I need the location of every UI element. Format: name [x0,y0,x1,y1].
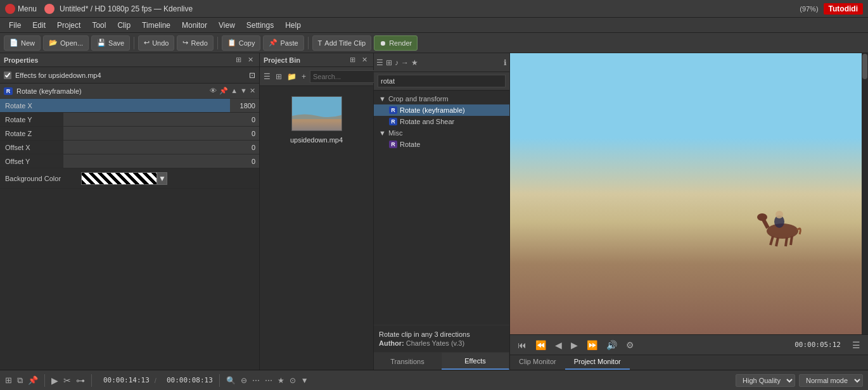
menu-tool[interactable]: Tool [87,20,111,31]
effects-search-input[interactable] [378,75,506,87]
copy-button[interactable]: 📋 Copy [222,35,261,51]
effect-up-icon[interactable]: ▲ [231,87,238,95]
menu-help[interactable]: Help [280,20,306,31]
timeline-section: ⊞ ⧉ 📌 ▶ ✂ ⊶ 00:00:14:13 / 00:00:08:13 🔍 … [0,370,868,390]
tab-effects[interactable]: Effects [442,353,509,370]
tl-cut-btn[interactable]: ✂ [63,375,71,386]
tab-transitions[interactable]: Transitions [374,353,442,370]
preview-menu-icon[interactable]: ☰ [850,339,863,351]
effect-delete-icon[interactable]: ✕ [250,87,255,95]
bg-color-swatch[interactable] [81,172,157,185]
effect-visible-icon[interactable]: 👁 [210,87,217,95]
clip-split-icon[interactable]: ⚙ [623,339,637,351]
tree-category-crop[interactable]: ▼ Crop and transform [374,93,509,104]
redo-button[interactable]: ↪ Redo [177,35,213,51]
main-layout: Properties ⊞ ✕ Effects for upsidedown.mp… [0,53,868,370]
new-button[interactable]: 📄 New [4,35,41,51]
quality-select[interactable]: High Quality Low Quality [736,374,795,387]
prop-slider-offset-y[interactable]: 0 [63,154,259,168]
menu-project[interactable]: Project [52,20,86,31]
toolbar-separator-2 [217,37,218,49]
firefox-logo [44,4,54,14]
effect-down-icon[interactable]: ▼ [240,87,247,95]
tl-sep-2 [91,374,92,387]
tl-zoom-out-icon[interactable]: ⊖ [241,376,247,385]
effects-enabled-checkbox[interactable] [4,72,11,79]
tree-item-rotate-keyframable[interactable]: R Rotate (keyframable) [374,104,509,116]
effects-arrow-icon[interactable]: → [401,58,409,67]
project-bin-grid-icon[interactable]: ⊞ [348,55,357,65]
effects-settings-icon[interactable]: ⊡ [249,71,255,80]
tl-chevron-icon[interactable]: ▼ [301,376,309,385]
effects-list-icon[interactable]: ⊞ [386,58,392,67]
bin-folder-add-icon[interactable]: + [300,71,307,82]
menu-edit[interactable]: Edit [27,20,51,31]
prop-row-offset-x: Offset X 0 [0,141,259,154]
properties-grid-icon[interactable]: ⊞ [234,55,243,65]
bg-color-picker-btn[interactable]: ▼ [157,172,167,185]
prop-slider-rotate-z[interactable]: 0 [63,127,259,140]
project-bin-close-icon[interactable]: ✕ [360,55,369,65]
tree-item-rotate[interactable]: R Rotate [374,139,509,150]
open-button[interactable]: 📂 Open... [43,35,89,51]
effects-speaker-icon[interactable]: ♪ [395,58,399,67]
menu-view[interactable]: View [214,20,240,31]
preview-image [510,53,868,334]
svg-line-4 [776,237,778,246]
add-title-clip-button[interactable]: T Add Title Clip [312,35,372,51]
tl-zoom-more-icon[interactable]: ⋯ [265,376,272,385]
prop-slider-offset-x[interactable]: 0 [63,141,259,154]
prop-slider-rotate-x[interactable]: 1800 [63,99,259,112]
bin-grid-icon[interactable]: ⊞ [274,71,283,82]
volume-icon[interactable]: 🔊 [604,339,620,351]
timeline-tool-icon-2[interactable]: ⧉ [17,375,23,386]
tree-category-arrow-icon: ▼ [379,95,386,103]
timeline-tool-icon-1[interactable]: ⊞ [5,375,12,385]
undo-button[interactable]: ↩ Undo [138,35,174,51]
effect-pin-icon[interactable]: 📌 [219,87,228,95]
tl-star-icon[interactable]: ★ [278,376,284,385]
timeline-tool-icon-3[interactable]: 📌 [28,375,38,385]
skip-back-btn[interactable]: ⏪ [533,339,549,351]
tl-zoom-in-icon[interactable]: 🔍 [226,376,236,385]
preview-scrollbar[interactable] [862,53,868,334]
tl-circle-icon[interactable]: ⊙ [290,376,296,385]
clip-item[interactable]: upsidedown.mp4 [260,86,373,154]
play-back-btn[interactable]: ◀ [552,339,565,351]
render-button[interactable]: ⏺ Render [374,35,418,51]
tl-play-btn[interactable]: ▶ [51,375,58,386]
tree-category-misc[interactable]: ▼ Misc [374,127,509,139]
clip-monitor-tab[interactable]: Clip Monitor [510,355,565,370]
effects-info: Rotate clip in any 3 directions Author: … [374,325,509,352]
save-button[interactable]: 💾 Save [91,35,130,51]
paste-button[interactable]: 📌 Paste [263,35,303,51]
clip-name: upsidedown.mp4 [290,136,343,144]
menu-label[interactable]: Menu [18,4,37,13]
effects-menu-icon[interactable]: ☰ [376,58,383,67]
project-monitor-tab[interactable]: Project Monitor [565,355,630,370]
prev-frame-btn[interactable]: ⏮ [515,339,529,351]
mode-select[interactable]: Normal mode Insert mode [799,374,863,387]
tree-item-rotate-shear[interactable]: R Rotate and Shear [374,116,509,127]
play-btn[interactable]: ▶ [568,339,580,351]
effects-star-icon[interactable]: ★ [411,58,418,67]
menu-file[interactable]: File [4,20,26,31]
effect-row-icons: 👁 📌 ▲ ▼ ✕ [210,87,255,95]
menu-clip[interactable]: Clip [112,20,136,31]
skip-fwd-btn[interactable]: ⏩ [584,339,600,351]
tl-zoom-dots-icon[interactable]: ⋯ [252,376,260,385]
bin-list-icon[interactable]: ☰ [262,71,272,82]
tl-snap-btn[interactable]: ⊶ [76,375,85,386]
effects-info-title: Rotate clip in any 3 directions [379,330,504,338]
bin-folder-icon[interactable]: 📁 [286,71,298,82]
prop-value-rotate-x: 1800 [240,102,255,110]
effects-info-icon[interactable]: ℹ [504,58,507,67]
project-bin-title: Project Bin [264,56,300,64]
menu-monitor[interactable]: Monitor [177,20,212,31]
menu-settings[interactable]: Settings [241,20,279,31]
preview-scrollbar-thumb[interactable] [862,54,867,79]
prop-slider-rotate-y[interactable]: 0 [63,113,259,126]
properties-close-icon[interactable]: ✕ [246,55,255,65]
effects-tabs: Transitions Effects [374,352,509,370]
menu-timeline[interactable]: Timeline [137,20,176,31]
